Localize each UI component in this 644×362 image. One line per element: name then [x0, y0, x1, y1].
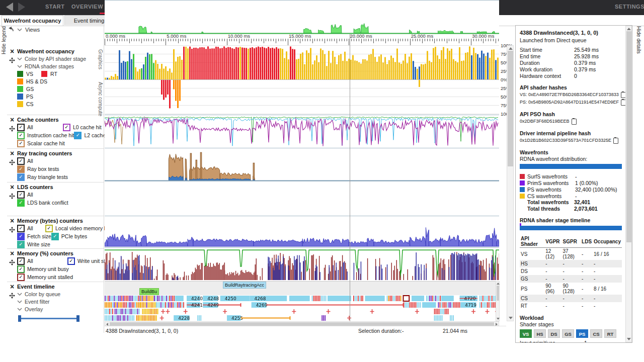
check-item-scalar-cache-hit: ✓Scalar cache hit: [17, 140, 65, 147]
details-scrollbar[interactable]: [625, 26, 632, 342]
close-panel-icon[interactable]: ×: [10, 250, 14, 256]
event-timeline-chart[interactable]: [105, 295, 499, 321]
checkbox-all[interactable]: ✓: [17, 124, 25, 131]
checkbox-pcie-bytes[interactable]: ✓: [51, 233, 59, 240]
stage-chip-gs[interactable]: GS: [562, 329, 574, 338]
stage-chip-ds[interactable]: DS: [548, 329, 560, 338]
checkbox-l2-cache-hit[interactable]: ✓: [74, 132, 82, 139]
stage-chip-vs[interactable]: VS: [520, 329, 532, 338]
close-panel-icon[interactable]: ×: [10, 117, 14, 123]
move-panel-icon[interactable]: [9, 226, 15, 235]
dropdown-event-filter[interactable]: Event filter: [17, 298, 104, 305]
checkbox-memory-unit-stalled[interactable]: ✓: [17, 274, 25, 281]
shader-hash-vs: VS: 0xEA489072E7FB6D26B3364ECF10373833: [520, 91, 622, 99]
lds-counters-chart[interactable]: [105, 0, 499, 34]
hide-details-tab[interactable]: Hide details: [636, 26, 642, 54]
nav-settings[interactable]: SETTINGS: [615, 4, 644, 10]
checkbox-scalar-cache-hit[interactable]: ✓: [17, 140, 25, 147]
legend-chart-divider: [104, 25, 104, 333]
panel-title-wavefront-occupancy: Wavefront occupancy: [17, 48, 104, 55]
move-panel-icon[interactable]: [9, 192, 15, 201]
memory-percent-chart[interactable]: [105, 247, 499, 281]
swatch-label: RT: [50, 71, 57, 77]
back-button[interactable]: [6, 3, 13, 12]
check-item-memory-unit-stalled: ✓Memory unit stalled: [17, 274, 73, 281]
move-panel-icon[interactable]: [9, 125, 15, 134]
stage-chip-hs[interactable]: HS: [534, 329, 546, 338]
check-item-all: ✓All: [17, 157, 33, 165]
checkbox-lds-bank-conflict[interactable]: ✓: [17, 199, 25, 207]
checkbox-fetch-size[interactable]: ✓: [17, 233, 25, 240]
checkbox-all[interactable]: ✓: [17, 257, 25, 265]
checkbox-memory-unit-busy[interactable]: ✓: [17, 265, 25, 273]
views-label[interactable]: Views: [25, 27, 40, 33]
checkbox-instruction-cache-hit[interactable]: ✓: [17, 132, 25, 139]
check-item-all: ✓All: [17, 191, 33, 199]
check-mark: ✓: [19, 258, 23, 263]
wavefront-occupancy-chart[interactable]: [105, 45, 499, 114]
move-panel-icon[interactable]: [9, 258, 15, 267]
stage-chip-ps[interactable]: PS: [576, 329, 588, 338]
check-label: L0 cache hit: [73, 124, 102, 130]
stage-chip-cs[interactable]: CS: [590, 329, 602, 338]
swatch-color: [41, 71, 47, 77]
check-row: ✓Memory unit busy: [17, 265, 116, 273]
check-row: ✓All: [17, 157, 104, 165]
checkbox-local-video-memory-bytes[interactable]: ✓: [45, 225, 53, 232]
hide-legend-tab[interactable]: Hide legend: [1, 26, 7, 54]
overlay-range-slider[interactable]: [18, 315, 79, 322]
checkbox-ray-box-tests[interactable]: ✓: [17, 165, 25, 173]
nav-start[interactable]: START: [45, 4, 64, 10]
close-panel-icon[interactable]: ×: [10, 284, 14, 290]
check-label: Scalar cache hit: [27, 140, 65, 146]
event-group-label-buildbu[interactable]: BuildBu: [139, 288, 159, 295]
dropdown-overlay[interactable]: Overlay: [17, 305, 104, 313]
memory-bytes-chart[interactable]: [105, 216, 499, 247]
check-item-all: ✓All: [17, 124, 63, 131]
checkbox-ray-triangle-tests[interactable]: ✓: [17, 173, 25, 181]
nav-overview[interactable]: OVERVIEW: [71, 4, 103, 10]
status-hover-time: 21.044 ms: [443, 328, 467, 334]
cache-counters-chart[interactable]: [105, 115, 499, 148]
move-panel-icon[interactable]: [9, 158, 15, 167]
forward-button[interactable]: [18, 3, 25, 12]
dropdown-rdna-shader-stages[interactable]: RDNA shader stages: [17, 62, 104, 70]
checkbox-all[interactable]: ✓: [17, 191, 25, 199]
swatch-color: [17, 71, 23, 77]
close-panel-icon[interactable]: ×: [10, 48, 14, 54]
time-ruler[interactable]: [105, 39, 499, 45]
legend-swatch-rt: RT: [41, 71, 57, 77]
status-selection-duration: Selection duration:-: [358, 328, 404, 334]
check-mark: ✓: [19, 266, 23, 272]
event-group-label-buildraytracingacc[interactable]: BuildRaytracingAcc: [223, 282, 266, 289]
table-row-vs: VS12 (12)37 (128)-16 / 16: [520, 248, 622, 260]
stage-chip-rt[interactable]: RT: [604, 329, 616, 338]
event-vertical-scrollbar[interactable]: [496, 281, 500, 321]
dropdown-color-by-queue[interactable]: Color by queue: [17, 290, 104, 298]
checkbox-all[interactable]: ✓: [17, 157, 25, 165]
dropdown-color-by-api-shader-stage[interactable]: Color by API shader stage: [17, 55, 104, 62]
copy-icon[interactable]: [572, 119, 577, 125]
checkbox-l0-cache-hit[interactable]: ✓: [63, 124, 70, 131]
chevron-down-icon: [17, 28, 22, 32]
checkbox-all[interactable]: ✓: [17, 225, 25, 232]
table-row-rt: RT----: [520, 302, 622, 310]
close-panel-icon[interactable]: ×: [10, 184, 14, 190]
main-vertical-scrollbar[interactable]: [507, 45, 514, 321]
checkbox-write-size[interactable]: ✓: [17, 241, 25, 248]
check-mark: ✓: [19, 275, 23, 280]
check-row: ✓All: [17, 191, 104, 199]
tab-wavefront-occupancy[interactable]: Wavefront occupancy: [2, 15, 63, 26]
table-row-gs: GS----: [520, 275, 622, 283]
copy-icon[interactable]: [613, 138, 618, 144]
close-panel-icon[interactable]: ×: [10, 150, 14, 156]
checkbox-write-unit-stalled[interactable]: ✓: [67, 257, 75, 265]
undo-icon[interactable]: [8, 27, 14, 33]
check-label: Instruction cache hit: [27, 132, 74, 138]
swatch-label: GS: [26, 86, 34, 92]
move-panel-icon[interactable]: [9, 292, 15, 301]
close-panel-icon[interactable]: ×: [10, 218, 14, 224]
move-panel-icon[interactable]: [9, 56, 15, 65]
ray-tracing-counters-chart[interactable]: [105, 148, 499, 182]
event-horizontal-scrollbar[interactable]: [105, 321, 499, 326]
